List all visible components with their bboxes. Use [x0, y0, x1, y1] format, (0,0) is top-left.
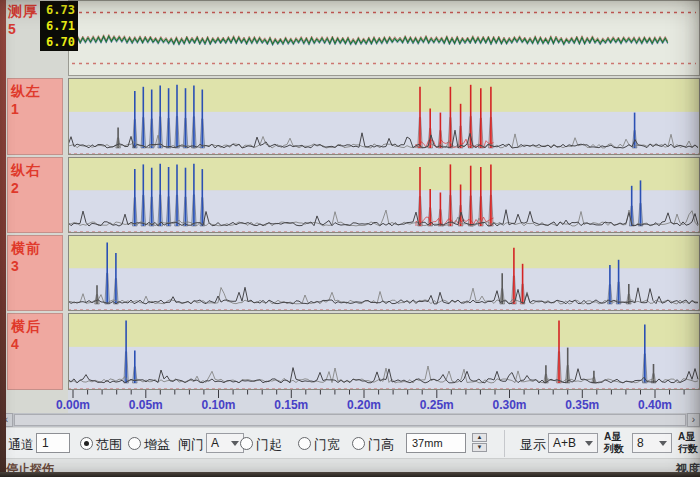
channel-label: 横前	[11, 240, 41, 258]
channel-panel-4[interactable]: 横后 4	[7, 313, 63, 390]
axis-tick-label: 0.00m	[51, 398, 95, 412]
axis-tick-label: 0.40m	[633, 398, 677, 412]
axis-tick-label: 0.30m	[488, 398, 532, 412]
a-display-rows-label: A显 行数	[678, 431, 698, 455]
spinner-up-button[interactable]: ▲	[472, 433, 487, 442]
thickness-channel-number: 5	[8, 21, 16, 37]
display-select-value: A+B	[553, 436, 576, 450]
channel-label: 纵右	[11, 162, 41, 180]
channel-input-label: 通道	[8, 436, 34, 454]
distance-axis: 0.00m0.05m0.10m0.15m0.20m0.25m0.30m0.35m…	[68, 390, 700, 414]
thickness-readout-box: 6.73 6.71 6.70	[40, 1, 78, 51]
horizontal-scrollbar[interactable]: ‹ ›	[0, 413, 700, 427]
axis-tick-label: 0.05m	[124, 398, 168, 412]
gate-start-radio[interactable]	[240, 437, 253, 450]
channel-waveform-1	[68, 78, 700, 155]
toolbar-divider	[504, 430, 505, 457]
channel-number: 4	[11, 336, 19, 352]
thickness-row: 测厚 5 6.73 6.71 6.70	[7, 0, 700, 76]
gate-select-value: A	[211, 436, 219, 450]
range-radio-label: 范围	[96, 436, 122, 454]
channel-row-4: 横后 4	[7, 313, 700, 390]
thickness-reading: 6.73	[40, 2, 78, 18]
photo-left-edge	[0, 0, 6, 477]
display-select-label: 显示	[520, 436, 546, 454]
channel-row-1: 纵左 1	[7, 78, 700, 155]
channel-number: 1	[11, 101, 19, 117]
chevron-down-icon	[585, 441, 593, 446]
channel-label: 横后	[11, 318, 41, 336]
thickness-reading: 6.70	[40, 34, 78, 50]
display-select[interactable]: A+B	[548, 433, 598, 453]
spinner-down-icon: ▼	[477, 444, 483, 450]
axis-tick-label: 0.20m	[342, 398, 386, 412]
a-display-cols-select[interactable]: 8	[632, 433, 672, 453]
gate-start-radio-label: 门起	[256, 436, 282, 454]
thickness-channel-label: 测厚	[8, 3, 38, 21]
gate-select[interactable]: A	[206, 433, 244, 453]
chevron-down-icon	[659, 441, 667, 446]
channel-row-2: 纵右 2	[7, 157, 700, 233]
flaw-detector-screen: 测厚 5 6.73 6.71 6.70 纵左 1 纵右 2 横前 3 横后	[0, 0, 700, 477]
a-display-cols-label: A显 列数	[604, 431, 624, 455]
channel-waveform-3	[68, 235, 700, 311]
gate-width-radio-label: 门宽	[314, 436, 340, 454]
gate-param-spinner: ▲ ▼	[472, 433, 487, 453]
axis-tick-label: 0.35m	[560, 398, 604, 412]
scroll-right-icon: ›	[692, 414, 695, 425]
channel-panel-3[interactable]: 横前 3	[7, 235, 63, 311]
channel-label: 纵左	[11, 83, 41, 101]
channel-waveform-2	[68, 157, 700, 233]
scroll-right-button[interactable]: ›	[687, 413, 700, 427]
spinner-up-icon: ▲	[477, 434, 483, 440]
thickness-reading: 6.71	[40, 18, 78, 34]
channel-waveform-4	[68, 313, 700, 390]
control-bar: 通道 范围 增益 闸门 A 门起 门宽 门高 ▲ ▼ 显示 A+B A显 列数	[0, 427, 700, 459]
channel-row-3: 横前 3	[7, 235, 700, 311]
scrollbar-thumb[interactable]	[14, 414, 686, 426]
axis-tick-label: 0.25m	[415, 398, 459, 412]
range-radio[interactable]	[80, 437, 93, 450]
a-display-cols-value: 8	[637, 436, 644, 450]
channel-number: 3	[11, 258, 19, 274]
channel-panel-2[interactable]: 纵右 2	[7, 157, 63, 233]
axis-tick-label: 0.10m	[197, 398, 241, 412]
gate-height-radio[interactable]	[352, 437, 365, 450]
channel-number: 2	[11, 180, 19, 196]
gate-height-radio-label: 门高	[368, 436, 394, 454]
chevron-down-icon	[231, 441, 239, 446]
channel-panel-1[interactable]: 纵左 1	[7, 78, 63, 155]
gate-param-input[interactable]	[406, 433, 466, 453]
gate-width-radio[interactable]	[298, 437, 311, 450]
axis-tick-label: 0.15m	[269, 398, 313, 412]
gain-radio-label: 增益	[144, 436, 170, 454]
channel-input[interactable]	[36, 433, 70, 453]
gate-select-label: 闸门	[178, 436, 204, 454]
thickness-waveform	[68, 0, 700, 76]
spinner-down-button[interactable]: ▼	[472, 443, 487, 452]
gain-radio[interactable]	[128, 437, 141, 450]
photo-bottom-edge	[0, 472, 700, 477]
